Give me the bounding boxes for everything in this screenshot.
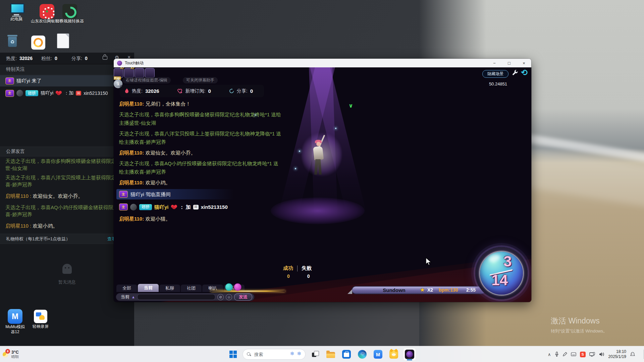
search-icon [247,352,251,356]
touch-keyboard-icon[interactable] [571,352,576,356]
window-titlebar[interactable]: Touch触动 − □ × [114,59,531,67]
game-chat-list: 启明星110: 兄弟们，全体集合！ 天选之子出现，恭喜你多狗啊投喂砸金猪获得限定… [119,100,283,225]
wechat-icon: 回 [193,205,199,209]
minimize-button[interactable]: − [487,59,502,67]
tab-private[interactable]: 私聊 [159,285,180,292]
song-time: 2:55 [466,287,476,293]
hide-scene-button[interactable]: 隐藏场景 [482,70,508,78]
desktop-icon-app-orange[interactable] [31,36,45,50]
chat-lock-button[interactable] [225,283,233,291]
no-draw-icon[interactable]: ⊘ [217,294,224,300]
share-value: 0 [85,56,88,61]
round-total: 14 [491,272,508,289]
chat-horn-button[interactable] [234,283,241,291]
notification-bell-icon[interactable]: z [630,352,635,357]
lips-emoji [171,205,177,209]
chat-message: 启明星110: 欢迎小鸡。 [119,178,283,187]
song-name: Sundown [372,287,416,293]
weather-widget[interactable]: 8 3°C 晴朗 [2,348,39,361]
undo-icon[interactable]: ⟲ [521,68,530,77]
desktop-icon-mumu[interactable]: M MuMu模拟器12 [5,309,25,335]
flame-icon [124,88,129,94]
hint-pill-1: 右键进程捕捉图层-编辑 [122,77,171,83]
chat-system-message: 天选之子出现，恭喜AQ小鸡仔投喂砸金猪获得限定纪念礼物龙咚呛*1 送给主播欢喜-… [119,159,283,176]
snowflake-decoration: ❄ ❄ [290,351,302,357]
weather-desc: 晴朗 [11,355,19,359]
star-icon: ★ [420,287,425,293]
screen-recorder-icon [34,310,47,323]
taskbar-search[interactable]: ❄ ❄ [243,349,306,360]
chat-system-message: 天选之子出现，恭喜你多狗啊投喂砸金猪获得限定纪念礼物龙咚呛*1 送给主播盛世-仙… [119,110,283,127]
pen-icon[interactable] [562,352,567,357]
file-explorer-button[interactable] [324,348,337,361]
mumu-icon: M [374,350,382,359]
notification-badge: 8 [5,349,10,354]
buff-icon-3 [135,68,144,78]
window-title: Touch触动 [125,60,144,66]
desktop-icon-recycle-bin[interactable]: ♻ [7,35,17,47]
icon-label: 轻映视频转换器 [53,19,87,24]
windows-activation-watermark: 激活 Windows 转到“设置”以激活 Windows。 [551,316,607,334]
mic-icon[interactable] [555,352,559,357]
lock-icon[interactable] [103,56,107,60]
hidden-icons-chevron[interactable]: ∧ [548,352,551,357]
emoji-icon[interactable]: ☺ [226,294,232,300]
channel-dropdown-icon[interactable]: ▲ [131,295,135,299]
store-icon [342,350,351,359]
taskbar-center: ❄ ❄ M [227,348,416,361]
date: 2025/1/19 [608,354,626,359]
gold-sparkle-trail [211,291,285,292]
desktop-icon-video-converter[interactable]: 轻映视频转换器 [53,4,87,24]
heat-value: 32026 [19,56,33,61]
huya-taskbar-button[interactable] [387,348,400,361]
fan-club-tag: 翅膀 [139,204,152,210]
desktop-icon-this-pc[interactable]: 此电脑 [6,3,27,22]
windows-logo-icon [229,351,237,358]
buff-icon-4 [145,68,155,78]
network-display-icon[interactable] [589,352,595,357]
gift-privilege-label: 礼物特权（每1虎牙币=1点收益） [6,236,70,242]
close-button[interactable]: × [517,59,531,67]
orange-swirl-icon [31,36,45,50]
chat-message: 启明星110: 兄弟们，全体集合！ [119,100,283,108]
tab-all[interactable]: 全部 [116,285,137,292]
heat-value: 32026 [145,88,159,94]
share-refresh-icon [229,88,234,94]
fans-value: 0 [55,56,57,61]
send-button[interactable]: 发送 [234,293,252,301]
host-badge: 主 [5,90,14,97]
desktop-icon-screen-recorder[interactable]: 轻映录屏 [31,310,50,329]
time: 18:10 [608,349,626,354]
taskbar-clock[interactable]: 18:10 2025/1/19 [608,349,626,359]
heart-plus-icon [177,89,183,94]
desktop-icon-file[interactable] [57,34,69,48]
hint-pill-2: 可关闭弹幕助手 [183,77,218,83]
search-input[interactable] [254,352,288,357]
start-button[interactable] [227,348,239,361]
edge-button[interactable] [356,348,369,361]
volume-icon[interactable] [599,352,605,357]
avatar [16,90,23,97]
chat-text-input[interactable] [137,294,215,300]
tab-current[interactable]: 当前 [138,284,159,292]
chat-message: 启明星110: 欢迎小猫。 [119,215,283,223]
special-follow-title: 特别关注 [6,66,25,72]
file-icon [57,34,69,48]
tab-guild[interactable]: 社团 [181,285,202,292]
microsoft-store-button[interactable] [340,348,353,361]
buff-icon-2: X2 [124,68,134,78]
channel-selector[interactable]: 当前 [121,294,129,300]
contact-sep: ：加 [64,90,73,96]
sogou-icon[interactable]: S [580,352,586,357]
maximize-button[interactable]: □ [502,59,517,67]
wrench-icon[interactable] [512,69,519,77]
rural-bank-icon [40,4,54,19]
arrival-text: 猫吖yi 来了 [16,78,42,84]
song-bar-notch [347,289,352,294]
success-value: 0 [287,274,290,279]
mouse-cursor [425,257,433,266]
desktop-screen: 此电脑 山东农信网银助手 轻映视频转换器 ♻ 热度: 32026 粉丝: 0 分… [0,0,644,362]
touch-taskbar-button-active[interactable] [403,348,416,361]
mumu-taskbar-button[interactable]: M [372,348,384,361]
task-view-button[interactable] [309,348,321,361]
